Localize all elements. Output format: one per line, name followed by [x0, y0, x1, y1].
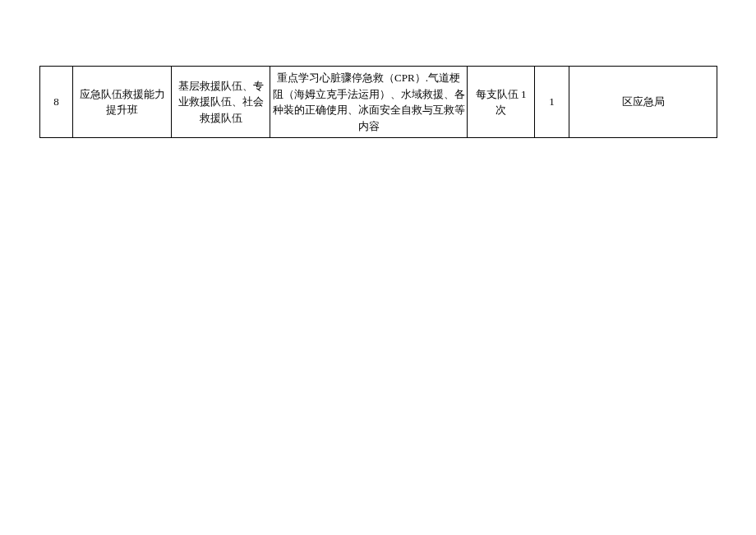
cell-target: 基层救援队伍、专业救援队伍、社会救援队伍 [172, 67, 270, 138]
cell-times: 每支队伍 1 次 [468, 67, 535, 138]
table-row: 8 应急队伍救援能力提升班 基层救援队伍、专业救援队伍、社会救援队伍 重点学习心… [40, 67, 717, 138]
cell-name: 应急队伍救援能力提升班 [73, 67, 172, 138]
cell-note: 1 [535, 67, 569, 138]
schedule-table: 8 应急队伍救援能力提升班 基层救援队伍、专业救援队伍、社会救援队伍 重点学习心… [39, 66, 717, 138]
cell-dept: 区应急局 [569, 67, 717, 138]
cell-index: 8 [40, 67, 73, 138]
cell-content: 重点学习心脏骤停急救（CPR）.气道梗阻（海姆立克手法运用）、水域救援、各种装的… [270, 67, 468, 138]
